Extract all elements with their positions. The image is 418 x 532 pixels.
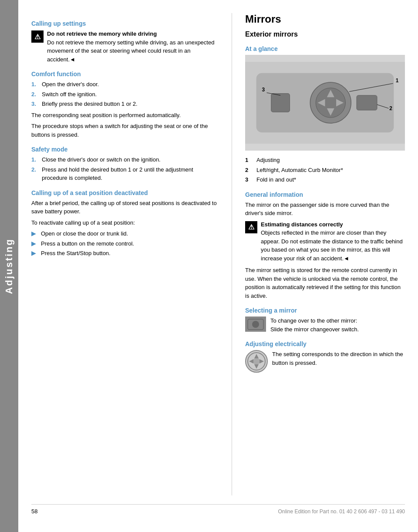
safety-mode-title: Safety mode (31, 146, 219, 153)
adjusting-electrically-title: Adjusting electrically (245, 340, 405, 347)
comfort-step-3: 3. Briefly press the desired button 1 or… (31, 100, 219, 108)
svg-point-19 (253, 358, 260, 365)
calling-up-text-2: To reactivate calling up of a seat posit… (31, 219, 219, 227)
safety-mode-section: Safety mode 1. Close the driver's door o… (31, 146, 219, 182)
selecting-mirror-row: To change over to the other mirror: Slid… (245, 317, 405, 333)
warning-icon-2: ⚠ (245, 221, 257, 233)
exterior-mirrors-title: Exterior mirrors (245, 30, 405, 38)
calling-up-bullet-2: ▶ Press a button on the remote control. (31, 239, 219, 248)
legend-item-1: 1 Adjusting (245, 156, 405, 165)
column-divider (232, 13, 232, 495)
svg-text:1: 1 (396, 77, 399, 84)
mirror-legend: 1 Adjusting 2 Left/right, Automatic Curb… (245, 156, 405, 184)
footer: 58 Online Edition for Part no. 01 40 2 6… (31, 504, 405, 515)
comfort-function-section: Comfort function 1. Open the driver's do… (31, 71, 219, 139)
comfort-step-1: 1. Open the driver's door. (31, 80, 219, 89)
legend-item-3: 3 Fold in and out* (245, 175, 405, 184)
selecting-mirror-text-2: Slide the mirror changeover switch. (270, 325, 359, 334)
page-container: Adjusting Calling up settings ⚠ Do not r… (0, 0, 418, 532)
calling-up-bullets: ▶ Open or close the door or trunk lid. ▶… (31, 229, 219, 258)
legend-item-2: 2 Left/right, Automatic Curb Monitor* (245, 166, 405, 175)
selecting-mirror-section: Selecting a mirror To change over to the… (245, 307, 405, 333)
mirrors-main-title: Mirrors (245, 13, 405, 25)
svg-rect-9 (271, 94, 290, 112)
selecting-mirror-title: Selecting a mirror (245, 307, 405, 314)
svg-text:3: 3 (262, 87, 265, 93)
warning-box-1: ⚠ Do not retrieve the memory while drivi… (31, 30, 219, 64)
two-columns: Calling up settings ⚠ Do not retrieve th… (31, 13, 405, 495)
safety-step-2: 2. Press and hold the desired button 1 o… (31, 165, 219, 182)
right-column: Mirrors Exterior mirrors At a glance (245, 13, 405, 495)
warning-icon-1: ⚠ (31, 30, 44, 43)
comfort-steps-list: 1. Open the driver's door. 2. Switch off… (31, 80, 219, 108)
warning-box-2: ⚠ Estimating distances correctly Objects… (245, 220, 405, 263)
general-info-title: General information (245, 191, 405, 198)
footer-edition-text: Online Edition for Part no. 01 40 2 606 … (278, 508, 405, 515)
svg-point-17 (252, 321, 259, 328)
adjusting-electrically-row: The setting corresponds to the direction… (245, 350, 405, 373)
content-area: Calling up settings ⚠ Do not retrieve th… (18, 0, 418, 532)
calling-up-text-1: After a brief period, the calling up of … (31, 199, 219, 216)
general-information-section: General information The mirror on the pa… (245, 191, 405, 300)
selecting-mirror-text-1: To change over to the other mirror: (270, 317, 359, 325)
adjusting-electrically-text: The setting corresponds to the direction… (272, 350, 405, 367)
comfort-text-2: The procedure stops when a switch for ad… (31, 122, 219, 139)
comfort-function-title: Comfort function (31, 71, 219, 77)
warning-text-2: Estimating distances correctly Objects r… (261, 220, 405, 263)
safety-step-1: 1. Close the driver's door or switch on … (31, 155, 219, 164)
general-info-text-2: The mirror setting is stored for the rem… (245, 266, 405, 300)
svg-text:2: 2 (389, 105, 392, 111)
calling-up-bullet-1: ▶ Open or close the door or trunk lid. (31, 229, 219, 238)
at-a-glance-title: At a glance (245, 45, 405, 52)
warning-text-1: Do not retrieve the memory while driving… (47, 30, 219, 64)
adjusting-electrically-section: Adjusting electrically (245, 340, 405, 373)
calling-up-settings-title: Calling up settings (31, 20, 219, 27)
calling-up-deactivated-section: Calling up of a seat position deactivate… (31, 189, 219, 258)
left-column: Calling up settings ⚠ Do not retrieve th… (31, 13, 219, 495)
side-tab: Adjusting (0, 0, 18, 532)
side-tab-label: Adjusting (3, 238, 15, 294)
mirror-illustration: 1 2 3 (245, 55, 405, 151)
calling-up-bullet-3: ▶ Press the Start/Stop button. (31, 249, 219, 258)
page-number: 58 (31, 508, 37, 515)
general-info-text-1: The mirror on the passenger side is more… (245, 201, 405, 218)
svg-rect-8 (357, 95, 377, 110)
safety-steps-list: 1. Close the driver's door or switch on … (31, 155, 219, 182)
mirror-image: 1 2 3 (245, 55, 405, 151)
calling-up-deactivated-title: Calling up of a seat position deactivate… (31, 189, 219, 196)
comfort-step-2: 2. Switch off the ignition. (31, 90, 219, 99)
mirror-switch-icon (245, 317, 266, 332)
comfort-text-1: The corresponding seat position is perfo… (31, 111, 219, 120)
adjust-button-icon (245, 350, 268, 373)
calling-up-settings-section: Calling up settings ⚠ Do not retrieve th… (31, 20, 219, 258)
